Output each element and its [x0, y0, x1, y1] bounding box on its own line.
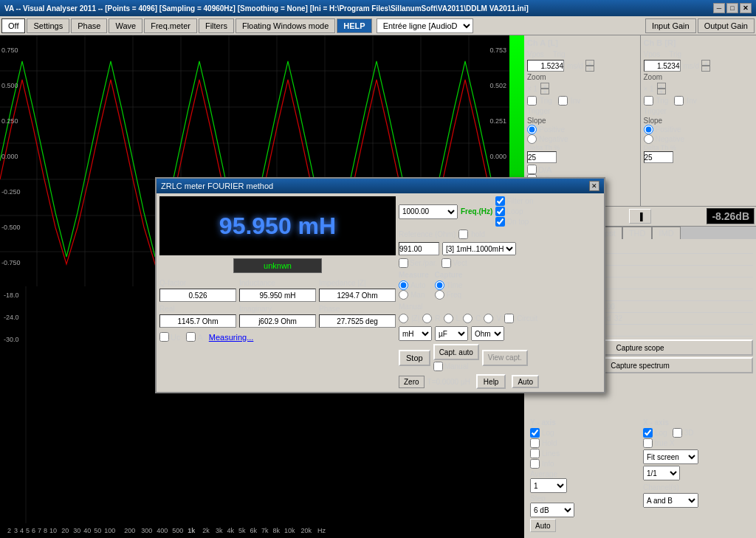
filter-on-checkbox[interactable]: [495, 196, 505, 206]
floating-windows-button[interactable]: Floating Windows mode: [236, 18, 335, 33]
filters-button[interactable]: Filters: [199, 18, 234, 33]
qfactor-input[interactable]: [159, 289, 236, 302]
unit2-select[interactable]: µFnFpF: [435, 326, 468, 341]
positive-label-b: Positive: [656, 125, 681, 134]
ratio-select[interactable]: 1/1: [643, 466, 680, 480]
y-hold-checkbox[interactable]: [530, 438, 540, 448]
iz-radio[interactable]: [399, 314, 408, 323]
time-radio[interactable]: [435, 280, 444, 290]
maximize-button[interactable]: □: [726, 3, 738, 13]
tab-thd[interactable]: THD: [622, 227, 653, 239]
channel-b-vpos-input[interactable]: [644, 60, 681, 72]
freq-label-10k: 10k: [284, 527, 295, 534]
vpos-label-a: Vpos: [527, 50, 544, 58]
ref-range-select[interactable]: [3] 1mH..1000mH: [442, 242, 516, 255]
y-auto-button[interactable]: Auto: [530, 519, 556, 532]
man-radio[interactable]: [399, 290, 408, 300]
x-3d-checkbox[interactable]: [673, 428, 682, 438]
channel-a-vpos-input[interactable]: [527, 60, 564, 72]
da-check[interactable]: [527, 165, 537, 174]
phase-input[interactable]: [319, 314, 396, 328]
channel-select[interactable]: A and BA onlyB only: [643, 493, 698, 508]
tab-imd[interactable]: IMD: [652, 227, 680, 239]
on-top-checkbox[interactable]: [495, 217, 505, 227]
y-label-r0502: 0.502: [489, 82, 506, 89]
input-dropdown[interactable]: Entrée ligne [AudioD: [377, 18, 473, 33]
x-truex-checkbox[interactable]: [643, 438, 653, 448]
inv-check-a[interactable]: [558, 96, 568, 106]
uc-checkbox[interactable]: [159, 332, 169, 342]
zoom-spin-b[interactable]: ▲ ▼: [657, 83, 666, 94]
trig-check-b[interactable]: [644, 96, 653, 106]
c-radio[interactable]: [463, 314, 472, 323]
vpos-spin-a[interactable]: ▲ ▼: [585, 60, 594, 72]
trig-check-a[interactable]: [527, 96, 537, 106]
minimize-button[interactable]: ─: [713, 3, 725, 13]
phase-button[interactable]: Phase: [71, 18, 107, 33]
real-input[interactable]: [159, 314, 236, 328]
zrlc-help-button[interactable]: Help: [476, 374, 506, 389]
delta-input-a[interactable]: [527, 151, 557, 163]
zrlc-close-button[interactable]: ✕: [589, 181, 599, 191]
vect-checkbox[interactable]: [441, 258, 451, 268]
negative-radio-input-b[interactable]: [644, 134, 653, 144]
circuit-checkbox[interactable]: [504, 314, 514, 323]
y-info-checkbox[interactable]: [530, 459, 540, 469]
wave-button[interactable]: Wave: [109, 18, 142, 33]
output-gain-button[interactable]: Output Gain: [698, 18, 755, 33]
average-select[interactable]: 124: [530, 478, 567, 493]
inductance-input[interactable]: [239, 289, 316, 302]
x-log-checkbox[interactable]: [643, 428, 653, 438]
unit3-select[interactable]: OhmkOhm: [471, 326, 504, 341]
zero-button[interactable]: Zero: [399, 376, 425, 388]
qfactor-label: Q-factor: [159, 279, 236, 287]
a-checkbox[interactable]: [186, 332, 196, 342]
real-label: Real: [159, 305, 236, 313]
fit-screen-select[interactable]: Fit screen: [643, 449, 698, 464]
freq-radio[interactable]: [435, 290, 444, 300]
l-radio[interactable]: [444, 314, 453, 323]
positive-radio-input-a[interactable]: [527, 125, 537, 134]
view-capt-button[interactable]: View capt.: [482, 350, 528, 366]
positive-radio-input-b[interactable]: [644, 125, 653, 134]
imaginary-input[interactable]: [239, 314, 316, 328]
negative-radio-b: Negative: [644, 134, 754, 144]
hold-checkbox[interactable]: [458, 230, 468, 239]
r-radio[interactable]: [422, 314, 432, 323]
y-lines-checkbox[interactable]: [530, 449, 540, 458]
stop-button[interactable]: Stop: [399, 350, 430, 366]
manual-capt-checkbox[interactable]: [433, 362, 443, 371]
capt-auto-button[interactable]: Capt. auto: [433, 344, 479, 360]
zrlc-auto-button[interactable]: Auto: [512, 375, 539, 388]
auto-radio[interactable]: [399, 280, 408, 290]
settings-button[interactable]: Settings: [27, 18, 69, 33]
zoom-spin-a[interactable]: ▲ ▼: [540, 83, 549, 94]
negative-label-a: Negative: [539, 135, 568, 143]
unit1-select[interactable]: mHHµH: [399, 326, 432, 341]
unknwn-button[interactable]: unknwn: [233, 258, 322, 273]
inv-check-b[interactable]: [674, 96, 684, 106]
delta-input-b[interactable]: [644, 151, 673, 163]
off-button[interactable]: Off: [1, 18, 25, 33]
zrlc-title-text: ZRLC meter FOURIER method: [161, 182, 273, 190]
freq-meter-button[interactable]: Freq.meter: [144, 18, 197, 33]
ref-input-row: [3] 1mH..1000mH: [399, 242, 601, 255]
help-button[interactable]: HELP: [337, 18, 371, 33]
v-radio[interactable]: [484, 314, 493, 323]
negative-radio-input-a[interactable]: [527, 134, 537, 144]
freq-select[interactable]: 1000.00: [399, 204, 458, 219]
y-log-checkbox[interactable]: [530, 428, 540, 438]
ms-unit-a: ms/d: [567, 62, 583, 70]
vpos-spin-b[interactable]: ▲ ▼: [701, 60, 710, 72]
close-button[interactable]: ✕: [740, 3, 752, 13]
loop-checkbox[interactable]: [495, 207, 505, 216]
channel-b-input-row: ms/d ▲ ▼: [644, 60, 754, 72]
ref-value-input[interactable]: [399, 242, 439, 255]
impedance-group: Impedance |Z|: [319, 279, 396, 302]
impedance-input[interactable]: [319, 289, 396, 302]
step-select[interactable]: 6 dB3 dB10 dB: [530, 503, 574, 517]
serpar-checkbox[interactable]: [399, 258, 408, 268]
measuring-link[interactable]: Measuring...: [209, 333, 254, 342]
input-gain-button[interactable]: Input Gain: [645, 18, 696, 33]
level-button[interactable]: ▐: [629, 209, 651, 224]
